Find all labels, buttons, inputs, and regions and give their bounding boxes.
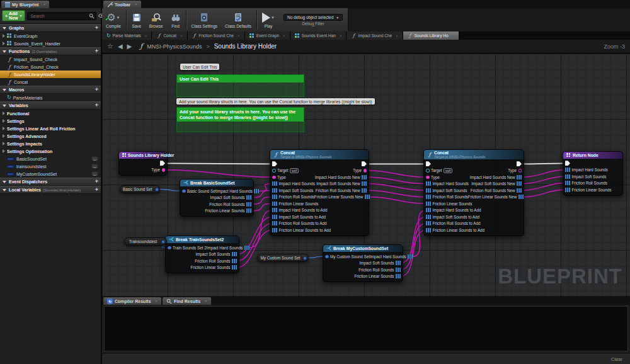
add-icon[interactable]: + xyxy=(95,179,98,185)
sidebar-item-sounds-event-handler[interactable]: Sounds_Event_Handler xyxy=(0,40,101,47)
grid-pin-icon[interactable] xyxy=(272,228,277,232)
dot-pin-icon[interactable] xyxy=(182,190,186,193)
dot-pin-icon[interactable] xyxy=(426,176,430,179)
sidebar-item-concat[interactable]: ƒConcat xyxy=(0,78,101,86)
node-break-custom[interactable]: Break MyCustomSoundSetMy Custom Sound Se… xyxy=(323,244,403,282)
grid-pin-icon[interactable] xyxy=(426,228,431,232)
close-icon[interactable]: × xyxy=(396,34,398,38)
grid-pin-icon[interactable] xyxy=(272,188,277,193)
sidebar-item-parsematerials[interactable]: ↻ParseMaterials xyxy=(0,94,101,101)
grid-pin-icon[interactable] xyxy=(232,252,237,256)
node-concat1[interactable]: ƒConcatTarget is MNSI-Physics SoundsTarg… xyxy=(270,149,369,236)
grid-pin-icon[interactable] xyxy=(232,259,237,263)
sidebar-item-impact-sound-check[interactable]: ƒImpact_Sound_Check xyxy=(0,55,101,63)
exec-pin-icon[interactable] xyxy=(426,161,431,166)
grid-pin-icon[interactable] xyxy=(272,181,277,186)
expander-icon[interactable] xyxy=(3,119,5,123)
forward-arrow-icon[interactable]: ▶ xyxy=(127,43,132,50)
graph-canvas[interactable]: BLUEPRINT User Can Edit ThisAdd your sou… xyxy=(102,54,630,296)
node-concat2[interactable]: ƒConcatTarget is MNSI-Physics SoundsTarg… xyxy=(423,149,524,236)
grid-pin-icon[interactable] xyxy=(272,195,277,199)
section-header-variables[interactable]: Variables+ xyxy=(0,101,101,110)
add-icon[interactable]: + xyxy=(95,48,98,54)
add-icon[interactable]: + xyxy=(95,25,98,31)
grid-pin-icon[interactable] xyxy=(426,215,431,219)
close-icon[interactable]: × xyxy=(238,34,240,38)
grid-pin-icon[interactable] xyxy=(272,221,277,225)
grid-pin-icon[interactable] xyxy=(517,175,522,179)
expander-icon[interactable] xyxy=(3,42,5,45)
grid-pin-icon[interactable] xyxy=(517,188,522,193)
dot-pin-icon[interactable] xyxy=(168,246,171,250)
close-icon[interactable]: × xyxy=(135,3,137,6)
sidebar-item-friction-sound-check[interactable]: ƒFriction_Sound_Check xyxy=(0,63,101,71)
favorite-star-icon[interactable]: ☆ xyxy=(107,42,113,50)
sidebar-item-var-mycustomsoundset[interactable]: MyCustomSoundSet xyxy=(0,170,101,178)
grid-pin-icon[interactable] xyxy=(272,202,277,206)
grid-pin-icon[interactable] xyxy=(565,174,570,179)
tab-impact-sound-check[interactable]: ƒImpact Sound Che× xyxy=(346,31,403,40)
add-icon[interactable]: + xyxy=(95,87,98,93)
grid-pin-icon[interactable] xyxy=(517,181,522,186)
capsule-cap-train[interactable]: Trainsoundstest xyxy=(124,237,167,246)
toolbar-tab[interactable]: Toolbar × xyxy=(103,1,141,8)
tab-concat[interactable]: ƒConcat× xyxy=(152,31,187,40)
tab-find-results[interactable]: Find Results× xyxy=(163,297,211,305)
expander-icon[interactable] xyxy=(3,34,5,38)
debug-object-dropdown[interactable]: No debug object selected ▼ xyxy=(284,14,343,21)
add-icon[interactable]: + xyxy=(95,187,98,193)
back-arrow-icon[interactable]: ◀ xyxy=(118,43,123,50)
section-header-graphs[interactable]: Graphs+ xyxy=(0,24,101,32)
find-button[interactable]: Find xyxy=(167,8,185,31)
compile-button[interactable]: ⚙✓▼Compile xyxy=(102,8,125,31)
grid-pin-icon[interactable] xyxy=(426,202,431,206)
node-break-train[interactable]: Break TrainSoundsSet2Train Sounds Set 2I… xyxy=(165,236,239,273)
browse-button[interactable]: Browse xyxy=(146,8,167,31)
dot-pin-icon[interactable] xyxy=(325,255,329,259)
sidebar-item-soundslibraryholder[interactable]: ƒSoundsLibraryHolder xyxy=(0,71,101,78)
grid-pin-icon[interactable] xyxy=(426,188,431,193)
close-icon[interactable]: × xyxy=(452,34,455,38)
tab-sounds-library-holder[interactable]: ƒSounds Library Ho× xyxy=(403,31,459,40)
exec-pin-icon[interactable] xyxy=(517,161,522,166)
dot-pin-icon[interactable] xyxy=(155,188,159,191)
sidebar-item-var-basicsoundset[interactable]: BasicSoundSet xyxy=(0,155,101,162)
expander-icon[interactable] xyxy=(3,149,5,153)
close-icon[interactable]: × xyxy=(145,34,147,38)
sidebar-item-var-trainsoundstest[interactable]: trainsoundstest xyxy=(0,162,101,170)
sidebar-item-cat-settings-linear[interactable]: Settings Linear And Roll Friction xyxy=(0,125,101,132)
grid-pin-icon[interactable] xyxy=(565,168,570,172)
grid-pin-icon[interactable] xyxy=(426,181,431,186)
exec-pin-icon[interactable] xyxy=(160,161,165,166)
tab-event-graph[interactable]: Event Graph× xyxy=(245,31,290,40)
grid-pin-icon[interactable] xyxy=(396,268,401,272)
close-icon[interactable]: × xyxy=(180,34,183,38)
save-button[interactable]: Save xyxy=(128,8,146,31)
class-defaults-button[interactable]: Class Defaults xyxy=(221,8,255,31)
grid-pin-icon[interactable] xyxy=(365,195,370,199)
exec-pin-icon[interactable] xyxy=(362,161,367,166)
grid-pin-icon[interactable] xyxy=(396,274,401,278)
exec-pin-icon[interactable] xyxy=(272,161,277,166)
section-header-local-variables[interactable]: Local Variables(SoundsLibraryHolder)+ xyxy=(0,186,101,194)
grid-pin-icon[interactable] xyxy=(232,265,237,270)
add-icon[interactable]: + xyxy=(95,103,98,108)
sidebar-item-cat-settings[interactable]: Settings xyxy=(0,117,101,125)
eye-closed-icon[interactable] xyxy=(91,164,98,169)
eye-closed-icon[interactable] xyxy=(91,171,98,176)
capsule-cap-custom[interactable]: My Custom Sound Set xyxy=(257,254,309,262)
dot-pin-icon[interactable] xyxy=(518,169,522,173)
grid-pin-icon[interactable] xyxy=(362,188,367,193)
close-icon[interactable]: × xyxy=(283,34,285,38)
tab-friction-sound-check[interactable]: ƒFriction Sound Che× xyxy=(188,31,245,40)
grid-pin-icon[interactable] xyxy=(244,246,249,250)
section-header-event-dispatchers[interactable]: Event Dispatchers+ xyxy=(0,178,101,186)
grid-pin-icon[interactable] xyxy=(246,195,251,200)
sidebar-item-cat-settings-optimisation[interactable]: Settings Optimisation xyxy=(0,147,101,155)
tab-parse-materials[interactable]: ↻Parse Materials× xyxy=(102,31,152,40)
sidebar-item-eventgraph[interactable]: EventGraph xyxy=(0,32,101,40)
expander-icon[interactable] xyxy=(3,142,5,145)
play-button[interactable]: ▼Play xyxy=(258,8,278,31)
dot-pin-icon[interactable] xyxy=(364,169,367,173)
clear-button[interactable]: Clear xyxy=(611,356,622,362)
